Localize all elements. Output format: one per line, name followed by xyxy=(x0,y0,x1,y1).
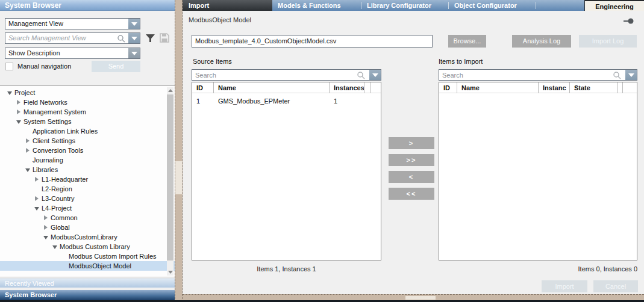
tree-indent xyxy=(60,251,69,261)
tab-bar: Import Models & Functions Library Config… xyxy=(183,0,644,11)
manual-navigation-checkbox[interactable] xyxy=(5,63,13,70)
column-header-state[interactable]: State xyxy=(570,82,618,93)
column-header-blank[interactable] xyxy=(364,82,370,93)
filter-icon[interactable] xyxy=(145,33,155,43)
column-header-name[interactable]: Name xyxy=(457,82,539,93)
tab-import[interactable]: Import xyxy=(183,0,272,11)
tree-item-l4-project[interactable]: L4-Project xyxy=(0,203,175,213)
collapse-arrow-icon[interactable] xyxy=(15,117,23,126)
expand-arrow-icon[interactable] xyxy=(33,174,42,184)
expand-arrow-icon[interactable] xyxy=(15,97,23,107)
tree-item-modbus-custom-library[interactable]: Modbus Custom Library xyxy=(0,242,175,251)
items-to-import-label: Items to Import xyxy=(439,58,483,65)
chevron-down-icon[interactable] xyxy=(128,19,140,29)
tree-item-journaling[interactable]: Journaling xyxy=(0,155,175,165)
collapse-arrow-icon[interactable] xyxy=(51,242,60,251)
breadcrumb: ModbusObject Model xyxy=(189,16,251,23)
move-all-left-button[interactable]: << xyxy=(389,188,434,200)
table-cell: 1 xyxy=(192,97,214,105)
tree-item-label: System Settings xyxy=(23,117,71,126)
tree-item-l3-country[interactable]: L3-Country xyxy=(0,194,175,203)
cancel-button[interactable]: Cancel xyxy=(593,280,638,292)
send-button[interactable]: Send xyxy=(92,61,140,72)
move-all-right-button[interactable]: >> xyxy=(389,154,434,166)
tree-item-project[interactable]: Project xyxy=(0,88,175,97)
tree-item-modbusobject-model[interactable]: ModbusObject Model xyxy=(0,261,175,271)
import-button[interactable]: Import xyxy=(542,280,587,292)
description-dropdown-value: Show Description xyxy=(8,49,60,57)
source-items-table[interactable]: IDNameInstances1GMS_Modbus_EPMeter1 xyxy=(192,82,381,260)
splitter-handle[interactable] xyxy=(175,161,182,194)
expand-arrow-icon[interactable] xyxy=(42,223,51,232)
scrollbar-thumb[interactable] xyxy=(167,94,174,260)
tree-item-application-link-rules[interactable]: Application Link Rules xyxy=(0,126,175,136)
column-header-name[interactable]: Name xyxy=(214,82,330,93)
bottom-splitter[interactable] xyxy=(183,294,644,300)
tree-item-modbuscustomlibrary[interactable]: ModbusCustomLibrary xyxy=(0,232,175,242)
recently-viewed-bar[interactable]: Recently Viewed xyxy=(0,279,175,288)
tree-item-common[interactable]: Common xyxy=(0,213,175,223)
column-header-id[interactable]: ID xyxy=(192,82,214,93)
move-right-button[interactable]: > xyxy=(389,137,434,149)
tree-item-label: L2-Region xyxy=(42,184,72,194)
scroll-down-icon[interactable] xyxy=(168,271,173,274)
tab-models-functions[interactable]: Models & Functions xyxy=(272,0,361,11)
tree-item-management-system[interactable]: Management System xyxy=(0,107,175,117)
import-log-button[interactable]: Import Log xyxy=(579,35,637,48)
tree-item-field-networks[interactable]: Field Networks xyxy=(0,97,175,107)
save-icon[interactable] xyxy=(160,33,169,43)
scroll-up-icon[interactable] xyxy=(168,89,173,92)
column-header-blank[interactable] xyxy=(618,82,623,93)
chevron-down-icon[interactable] xyxy=(625,70,637,80)
tab-engineering[interactable]: Engineering xyxy=(584,0,644,11)
expand-arrow-icon[interactable] xyxy=(24,136,33,146)
tree-item-label: Client Settings xyxy=(33,136,75,146)
expand-arrow-icon[interactable] xyxy=(15,107,23,117)
tree-item-label: L1-Headquarter xyxy=(42,174,88,184)
file-path-input[interactable]: Modbus_template_4.0_CustomObjectModel.cs… xyxy=(192,35,433,48)
tree-item-modbus-custom-import-rules[interactable]: Modbus Custom Import Rules xyxy=(0,251,175,261)
move-left-button[interactable]: < xyxy=(389,171,434,183)
tree-item-l1-headquarter[interactable]: L1-Headquarter xyxy=(0,174,175,184)
column-header-id[interactable]: ID xyxy=(439,82,457,93)
source-search-input[interactable]: Search xyxy=(192,69,381,81)
collapse-arrow-icon[interactable] xyxy=(42,232,51,242)
chevron-down-icon[interactable] xyxy=(128,48,140,58)
analysis-log-button[interactable]: Analysis Log xyxy=(512,35,571,48)
view-dropdown-value: Management View xyxy=(8,20,63,27)
expand-arrow-icon[interactable] xyxy=(24,146,33,155)
chevron-down-icon[interactable] xyxy=(128,33,140,43)
tree-item-client-settings[interactable]: Client Settings xyxy=(0,136,175,146)
tree-item-l2-region[interactable]: L2-Region xyxy=(0,184,175,194)
tree-item-system-settings[interactable]: System Settings xyxy=(0,117,175,126)
table-cell: GMS_Modbus_EPMeter xyxy=(214,97,330,105)
tree-scrollbar[interactable] xyxy=(167,87,174,276)
tree-item-conversion-tools[interactable]: Conversion Tools xyxy=(0,146,175,155)
import-search-input[interactable]: Search xyxy=(439,69,637,81)
application-window: System Browser Management View Search Ma… xyxy=(0,0,644,302)
column-header-instances[interactable]: Instances xyxy=(330,82,364,93)
view-dropdown[interactable]: Management View xyxy=(5,18,140,29)
description-dropdown[interactable]: Show Description xyxy=(5,48,140,59)
tree-item-label: Field Networks xyxy=(23,97,67,107)
tab-object-configurator[interactable]: Object Configurator xyxy=(449,0,536,11)
tab-library-configurator[interactable]: Library Configurator xyxy=(361,0,449,11)
items-to-import-table[interactable]: IDNameInstancState xyxy=(439,82,637,260)
expand-arrow-icon[interactable] xyxy=(33,194,42,203)
column-header-instanc[interactable]: Instanc xyxy=(539,82,570,93)
collapse-arrow-icon[interactable] xyxy=(33,203,42,213)
tree-item-libraries[interactable]: Libraries xyxy=(0,165,175,174)
collapse-arrow-icon[interactable] xyxy=(24,165,33,174)
splitter-handle[interactable] xyxy=(405,296,436,300)
tree-item-global[interactable]: Global xyxy=(0,223,175,232)
pin-icon[interactable] xyxy=(622,18,634,24)
collapse-arrow-icon[interactable] xyxy=(6,88,14,97)
system-browser-bar[interactable]: System Browser xyxy=(0,290,175,300)
expand-arrow-icon[interactable] xyxy=(42,213,51,223)
tree-item-label: ModbusObject Model xyxy=(69,261,131,271)
table-row[interactable]: 1GMS_Modbus_EPMeter1 xyxy=(192,96,381,106)
panel-splitter[interactable] xyxy=(175,0,183,302)
search-input[interactable]: Search Management View xyxy=(5,32,140,44)
chevron-down-icon[interactable] xyxy=(369,70,381,80)
browse-button[interactable]: Browse... xyxy=(448,35,486,48)
